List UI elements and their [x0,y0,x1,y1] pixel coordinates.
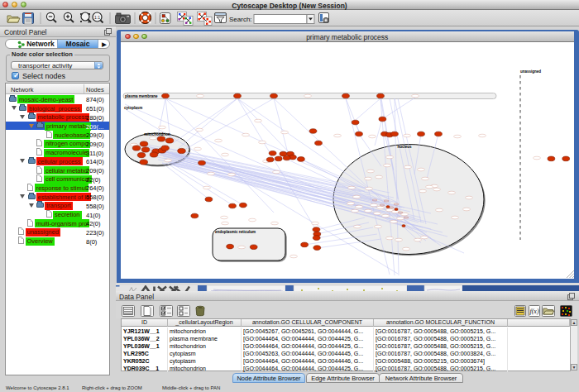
svg-text:cytoplasm: cytoplasm [124,106,142,110]
svg-text:mitochondrion: mitochondrion [144,132,170,136]
svg-text:plasma membrane: plasma membrane [125,94,158,98]
svg-text:nucleus: nucleus [397,144,412,148]
svg-text:endoplasmic reticulum: endoplasmic reticulum [215,230,256,234]
svg-text:1:1: 1:1 [94,15,100,20]
svg-text:unassigned: unassigned [520,69,541,74]
svg-text:f(x): f(x) [529,308,538,315]
svg-text:Search:: Search: [229,16,252,23]
